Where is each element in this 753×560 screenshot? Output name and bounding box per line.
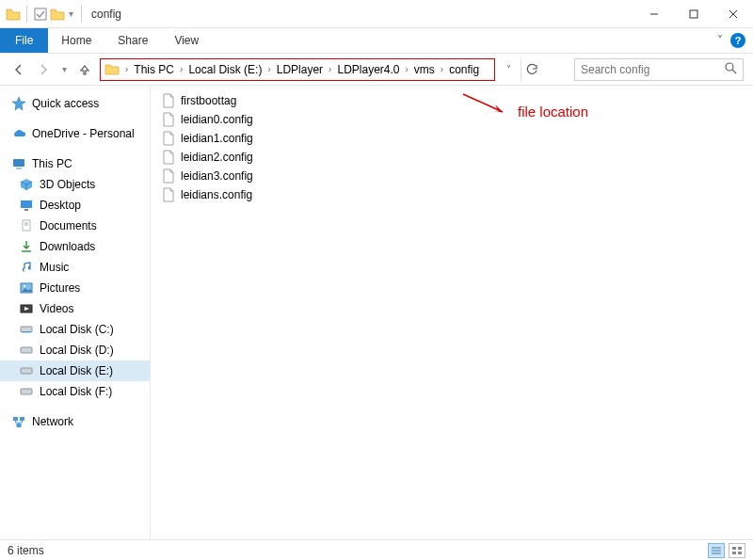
downloads-icon	[19, 239, 34, 254]
breadcrumb-item[interactable]: LDPlayer	[277, 63, 323, 76]
chevron-right-icon[interactable]: ›	[123, 64, 130, 74]
view-details-button[interactable]	[708, 543, 725, 558]
sidebar-item-disk-d[interactable]: Local Disk (D:)	[0, 340, 150, 360]
file-icon	[162, 93, 175, 108]
sidebar-label: Desktop	[40, 199, 81, 212]
list-item[interactable]: firstboottag	[158, 91, 753, 110]
file-name: leidian0.config	[181, 113, 253, 126]
svg-point-16	[24, 285, 25, 287]
tab-file[interactable]: File	[0, 28, 48, 53]
list-item[interactable]: leidians.config	[158, 185, 753, 204]
back-button[interactable]	[9, 60, 28, 79]
list-item[interactable]: leidian2.config	[158, 148, 753, 167]
svg-rect-20	[21, 347, 32, 353]
address-bar[interactable]: › This PC › Local Disk (E:) › LDPlayer ›…	[100, 58, 495, 81]
tab-view[interactable]: View	[161, 28, 212, 53]
sidebar-onedrive[interactable]: OneDrive - Personal	[0, 123, 150, 144]
divider	[26, 6, 27, 23]
chevron-right-icon[interactable]: ›	[178, 64, 184, 74]
file-icon	[162, 131, 175, 146]
sidebar-item-music[interactable]: Music	[0, 257, 150, 278]
sidebar-item-desktop[interactable]: Desktop	[0, 195, 150, 216]
sidebar-label: Pictures	[40, 281, 80, 295]
annotation-text: file location	[518, 104, 588, 120]
breadcrumb-item[interactable]: This PC	[134, 63, 174, 76]
sidebar-quick-access[interactable]: Quick access	[0, 93, 150, 114]
sidebar-item-downloads[interactable]: Downloads	[0, 236, 150, 257]
sidebar-item-disk-c[interactable]: Local Disk (C:)	[0, 319, 150, 340]
chevron-down-icon[interactable]: ▾	[67, 8, 75, 19]
search-box[interactable]	[574, 58, 744, 81]
list-item[interactable]: leidian0.config	[158, 110, 753, 129]
drive-icon	[19, 343, 34, 358]
sidebar-item-pictures[interactable]: Pictures	[0, 278, 150, 298]
list-item[interactable]: leidian3.config	[158, 167, 753, 185]
pictures-icon	[19, 280, 34, 296]
sidebar-label: 3D Objects	[40, 178, 95, 191]
sidebar-item-videos[interactable]: Videos	[0, 298, 150, 319]
file-icon	[162, 150, 175, 165]
sidebar-item-documents[interactable]: Documents	[0, 216, 150, 236]
refresh-button[interactable]	[521, 58, 541, 81]
pc-icon	[11, 156, 26, 171]
maximize-button[interactable]	[674, 0, 713, 28]
expand-ribbon-icon[interactable]: ˅	[717, 34, 723, 47]
svg-rect-0	[35, 8, 46, 20]
search-icon[interactable]	[725, 62, 737, 77]
svg-rect-21	[21, 368, 32, 374]
file-name: leidian2.config	[181, 151, 253, 164]
folder-icon	[50, 8, 65, 21]
forward-button[interactable]	[34, 60, 53, 79]
search-input[interactable]	[581, 63, 713, 76]
sidebar-label: OneDrive - Personal	[32, 127, 135, 140]
svg-rect-22	[21, 389, 32, 394]
up-button[interactable]	[75, 60, 94, 79]
sidebar-item-3d-objects[interactable]: 3D Objects	[0, 174, 150, 195]
sidebar-label: Videos	[40, 302, 73, 315]
title-bar: ▾ config	[0, 0, 753, 28]
qat-icon[interactable]	[33, 7, 48, 22]
sidebar-this-pc[interactable]: This PC	[0, 153, 150, 174]
chevron-right-icon[interactable]: ›	[327, 64, 333, 74]
videos-icon	[19, 301, 34, 316]
svg-point-5	[726, 63, 733, 71]
music-icon	[19, 260, 34, 275]
tab-share[interactable]: Share	[104, 28, 161, 53]
folder-icon	[104, 62, 120, 77]
svg-line-6	[732, 70, 736, 73]
view-large-icons-button[interactable]	[729, 543, 745, 558]
close-button[interactable]	[713, 0, 753, 28]
svg-rect-31	[738, 547, 742, 550]
svg-rect-9	[21, 200, 32, 208]
desktop-icon	[19, 198, 34, 213]
chevron-right-icon[interactable]: ›	[265, 64, 272, 74]
tab-home[interactable]: Home	[48, 28, 104, 53]
breadcrumb-item[interactable]: vms	[414, 63, 435, 76]
cube-icon	[19, 177, 34, 192]
file-name: leidian1.config	[181, 132, 253, 145]
recent-locations-button[interactable]: ▾	[58, 60, 70, 79]
breadcrumb-item[interactable]: config	[449, 63, 479, 76]
breadcrumb-item[interactable]: Local Disk (E:)	[188, 63, 262, 76]
chevron-right-icon[interactable]: ›	[439, 64, 445, 74]
list-item[interactable]: leidian1.config	[158, 129, 753, 148]
sidebar-label: Local Disk (F:)	[40, 385, 112, 398]
minimize-button[interactable]	[634, 0, 674, 28]
file-icon	[162, 112, 175, 127]
sidebar-item-disk-f[interactable]: Local Disk (F:)	[0, 381, 150, 402]
address-history-button[interactable]: ˅	[506, 64, 511, 74]
star-icon	[11, 96, 26, 111]
chevron-right-icon[interactable]: ›	[404, 64, 410, 74]
sidebar-label: This PC	[32, 157, 72, 170]
sidebar-item-disk-e[interactable]: Local Disk (E:)	[0, 360, 150, 381]
sidebar-label: Music	[40, 261, 69, 274]
svg-rect-8	[16, 168, 22, 169]
breadcrumb-item[interactable]: LDPlayer4.0	[337, 63, 399, 76]
help-icon[interactable]: ?	[730, 33, 745, 48]
sidebar-network[interactable]: Network	[0, 411, 150, 432]
svg-rect-19	[22, 331, 31, 332]
documents-icon	[19, 218, 34, 233]
svg-rect-7	[13, 159, 24, 167]
file-list[interactable]: firstboottag leidian0.config leidian1.co…	[151, 86, 753, 539]
sidebar-label: Local Disk (E:)	[40, 364, 113, 377]
